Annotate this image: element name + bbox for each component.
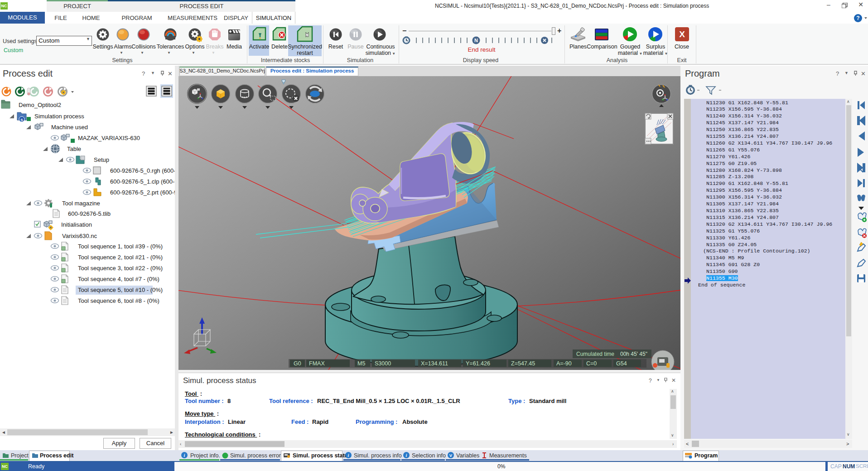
svg-text:X: X [679,29,685,39]
svg-text:600-92676-5.tlib: 600-92676-5.tlib [68,210,111,217]
svg-text:MAZAK_VARIAXIS-630: MAZAK_VARIAXIS-630 [78,135,140,141]
svg-text:i: i [406,453,407,458]
svg-text:S: S [20,118,23,122]
svg-text:M5: M5 [357,360,365,367]
svg-text:00h 45' 45": 00h 45' 45" [620,351,647,357]
svg-text:Table: Table [67,146,81,152]
svg-text:Tool sequence 5, tool #10 -: Tool sequence 5, tool #10 - (0%) [78,286,163,293]
svg-text:Tool sequence 2, tool #21 -: Tool sequence 2, tool #21 - (0%) [78,254,163,261]
svg-text:S3000: S3000 [375,360,391,367]
svg-text:Machine used: Machine used [51,124,88,131]
svg-text:FMAX: FMAX [309,360,325,367]
svg-text:Initialisation: Initialisation [61,221,92,228]
svg-text:C=0: C=0 [586,360,597,367]
svg-text:Simulation process: Simulation process [34,113,84,120]
svg-text:Cumulated time: Cumulated time [576,351,614,357]
svg-text:Z=547.45: Z=547.45 [511,360,535,367]
svg-text:Demo_Optitool2: Demo_Optitool2 [19,102,61,108]
svg-text:Setup: Setup [94,156,109,163]
svg-text:Tool sequence 6, tool #8 - (: Tool sequence 6, tool #8 - (0%) [78,297,159,304]
svg-text:Varixis630.nc: Varixis630.nc [62,233,97,239]
svg-text:i: i [184,453,185,458]
svg-text:Y=61.426: Y=61.426 [466,360,490,367]
svg-text:A=-90: A=-90 [556,360,572,367]
svg-text:G0: G0 [294,360,301,367]
svg-text:?: ? [856,15,859,21]
svg-text:i: i [348,453,349,458]
svg-text:G54: G54 [616,360,627,367]
svg-text:600-92676-5_1.clp (600-9267: 600-92676-5_1.clp (600-9267 [110,178,175,185]
svg-text:600-92676-5_0.rgh (600-9267: 600-92676-5_0.rgh (600-9267 [110,167,175,174]
svg-text:Tool sequence 4, tool #7 - (: Tool sequence 4, tool #7 - (0%) [78,276,159,282]
svg-text:Tool sequence 1, tool #39 -: Tool sequence 1, tool #39 - (0%) [78,243,163,250]
svg-text:Tool magazine: Tool magazine [62,200,100,207]
svg-text:N: N [474,38,478,43]
svg-text:Tool sequence 3, tool #22 -: Tool sequence 3, tool #22 - (0%) [78,265,163,272]
svg-text:600-92676-5_2.prt (600-92676: 600-92676-5_2.prt (600-92676 [110,189,175,196]
svg-text:V: V [449,453,453,458]
svg-text:X=134.611: X=134.611 [421,360,448,367]
